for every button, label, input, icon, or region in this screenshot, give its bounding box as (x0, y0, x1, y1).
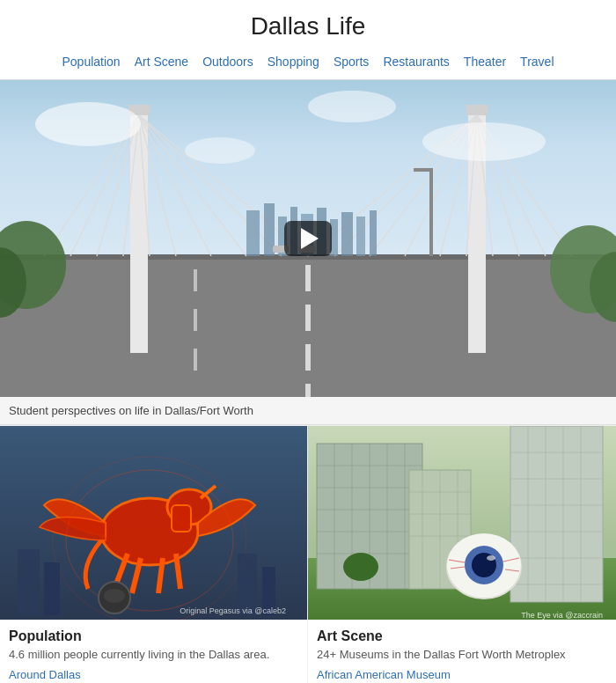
svg-rect-6 (194, 269, 197, 291)
svg-point-51 (308, 91, 396, 122)
svg-rect-9 (130, 106, 148, 353)
svg-text:The Eye via @zaccrain: The Eye via @zaccrain (521, 611, 603, 620)
svg-rect-8 (194, 349, 197, 371)
art-scene-image: The Eye via @zaccrain (308, 426, 616, 620)
population-links: Around Dallas D Magazine (9, 668, 298, 683)
population-card: Original Pegasus via @caleb2 Population … (0, 426, 308, 683)
population-image: Original Pegasus via @caleb2 (0, 426, 307, 620)
svg-point-67 (104, 589, 125, 603)
nav-item-shopping[interactable]: Shopping (263, 53, 324, 70)
population-desc: 4.6 million people currently living in t… (9, 648, 298, 661)
svg-rect-5 (305, 384, 311, 397)
around-dallas-link[interactable]: Around Dallas (9, 668, 298, 681)
nav-item-travel[interactable]: Travel (516, 53, 558, 70)
population-body: Population 4.6 million people currently … (0, 620, 307, 683)
svg-rect-41 (356, 217, 365, 256)
svg-rect-69 (44, 562, 60, 615)
svg-rect-2 (305, 265, 311, 291)
svg-rect-4 (305, 344, 311, 371)
svg-rect-40 (341, 212, 353, 256)
svg-rect-7 (194, 309, 197, 331)
svg-point-49 (35, 102, 141, 146)
nav-item-sports[interactable]: Sports (329, 53, 373, 70)
art-scene-desc: 24+ Museums in the Dallas Fort Worth Met… (317, 648, 607, 661)
svg-point-52 (185, 137, 255, 164)
svg-point-106 (343, 553, 378, 581)
play-button[interactable] (284, 221, 332, 256)
svg-rect-3 (305, 305, 311, 331)
svg-line-19 (139, 115, 211, 256)
svg-rect-68 (18, 549, 40, 615)
nav-item-art-scene[interactable]: Art Scene (130, 53, 193, 70)
play-icon (301, 228, 319, 249)
art-scene-links: African American Museum Dallas Arts Dist… (317, 668, 607, 683)
nav-item-outdoors[interactable]: Outdoors (198, 53, 258, 70)
nav-item-theater[interactable]: Theater (459, 53, 510, 70)
svg-rect-12 (466, 105, 488, 115)
svg-rect-53 (429, 168, 433, 256)
pegasus-svg: Original Pegasus via @caleb2 (0, 426, 307, 620)
african-american-museum-link[interactable]: African American Museum (317, 668, 607, 681)
card-grid: Original Pegasus via @caleb2 Population … (0, 425, 616, 683)
main-nav: PopulationArt SceneOutdoorsShoppingSport… (0, 48, 616, 80)
svg-line-21 (139, 115, 282, 256)
population-title: Population (9, 628, 298, 644)
svg-point-50 (422, 122, 546, 161)
art-scene-title: Art Scene (317, 628, 607, 644)
art-scene-svg: The Eye via @zaccrain (308, 426, 616, 620)
svg-rect-54 (414, 168, 433, 172)
page-title: Dallas Life (0, 0, 616, 48)
svg-rect-33 (246, 210, 260, 256)
hero-section: Student perspectives on life in Dallas/F… (0, 80, 616, 425)
svg-rect-58 (172, 505, 191, 532)
svg-point-111 (487, 555, 495, 561)
nav-item-restaurants[interactable]: Restaurants (378, 53, 453, 70)
hero-image (0, 80, 616, 397)
bridge-illustration (0, 80, 616, 397)
nav-item-population[interactable]: Population (57, 53, 124, 70)
art-scene-body: Art Scene 24+ Museums in the Dallas Fort… (308, 620, 616, 683)
pegasus-background: Original Pegasus via @caleb2 (0, 426, 307, 620)
art-scene-card: The Eye via @zaccrain Art Scene 24+ Muse… (308, 426, 616, 683)
svg-rect-42 (370, 210, 377, 256)
hero-caption: Student perspectives on life in Dallas/F… (0, 397, 616, 425)
svg-line-20 (139, 115, 246, 256)
svg-text:Original Pegasus via @caleb2: Original Pegasus via @caleb2 (180, 606, 286, 615)
